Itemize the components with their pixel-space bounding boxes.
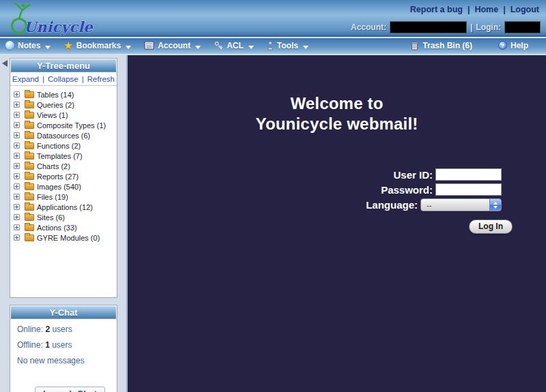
user-id-input[interactable] (435, 168, 502, 181)
tree-item[interactable]: Files (19) (14, 192, 117, 202)
chat-messages-status: No new messages (17, 356, 117, 365)
separator: | (470, 22, 472, 32)
expand-link[interactable]: Expand (12, 75, 39, 83)
menu-notes[interactable]: Notes (5, 41, 51, 50)
tree-item-label: Images (540) (37, 183, 81, 191)
expand-plus-icon[interactable] (14, 142, 20, 149)
folder-icon (25, 122, 34, 129)
login-form: User ID: Password: Language: -- (323, 168, 502, 234)
svg-text:Unicycle: Unicycle (24, 18, 94, 35)
language-select[interactable]: -- (420, 198, 502, 211)
tree-item[interactable]: Images (540) (14, 181, 117, 192)
folder-icon (25, 132, 34, 139)
expand-plus-icon[interactable] (14, 214, 20, 220)
menu-bookmarks-label: Bookmarks (76, 41, 121, 50)
expand-plus-icon[interactable] (14, 173, 20, 179)
tree-item-label: Tables (14) (37, 91, 74, 99)
menu-notes-label: Notes (18, 41, 40, 50)
chevron-down-icon (195, 46, 201, 49)
trash-bin-button[interactable]: Trash Bin (6) (410, 41, 472, 50)
menu-tools[interactable]: Tools (267, 41, 308, 50)
refresh-link[interactable]: Refresh (87, 75, 115, 83)
expand-plus-icon[interactable] (14, 224, 20, 230)
password-input[interactable] (435, 183, 502, 196)
welcome-heading: Welcome to Younicycle webmail! (128, 93, 546, 134)
expand-plus-icon[interactable] (14, 163, 20, 169)
launch-chat-button[interactable]: Launch Chat (35, 387, 105, 392)
offline-count: 1 (45, 340, 50, 350)
younicycle-logo[interactable]: Unicycle (5, 1, 94, 38)
tree-item[interactable]: Datasources (6) (14, 130, 117, 140)
tree-item[interactable]: Sites (6) (14, 212, 117, 222)
home-link[interactable]: Home (474, 5, 498, 14)
folder-icon (25, 142, 34, 149)
expand-plus-icon[interactable] (14, 235, 20, 241)
account-grid-icon (144, 41, 154, 50)
trash-bin-label: Trash Bin (6) (422, 41, 472, 50)
tree-item[interactable]: Composite Types (1) (14, 120, 117, 130)
folder-icon (25, 204, 34, 211)
expand-plus-icon[interactable] (14, 132, 20, 138)
tree-item-label: Charts (2) (37, 162, 70, 170)
folder-icon (25, 214, 34, 221)
tree-item[interactable]: Applications (12) (14, 202, 117, 212)
expand-plus-icon[interactable] (14, 153, 20, 159)
tree-item[interactable]: Templates (7) (14, 151, 117, 161)
tree-item[interactable]: Queries (2) (14, 100, 117, 110)
tree-item-label: Queries (2) (37, 101, 74, 109)
menu-account-label: Account (158, 41, 190, 50)
collapse-link[interactable]: Collapse (48, 75, 78, 83)
language-select-value: -- (421, 201, 489, 209)
chevron-down-icon (126, 46, 131, 49)
toolbar: Notes ★ Bookmarks Account (0, 37, 546, 55)
help-button[interactable]: ? Help (498, 41, 528, 50)
expand-plus-icon[interactable] (14, 183, 20, 190)
log-in-button[interactable]: Log In (469, 220, 513, 234)
chat-panel-title: Y-Chat (10, 305, 117, 319)
expand-plus-icon[interactable] (14, 122, 20, 128)
folder-icon (25, 194, 34, 200)
expand-plus-icon[interactable] (14, 91, 20, 97)
folder-icon (25, 235, 34, 241)
tree-item[interactable]: Functions (2) (14, 140, 117, 151)
tree-item[interactable]: GYRE Modules (0) (14, 232, 117, 243)
folder-icon (25, 224, 34, 231)
folder-icon (25, 112, 34, 119)
main-content: Welcome to Younicycle webmail! User ID: … (127, 55, 546, 392)
menu-tools-label: Tools (277, 41, 298, 50)
tree-item[interactable]: Actions (33) (14, 222, 117, 232)
folder-icon (25, 102, 34, 108)
select-stepper-icon (489, 199, 501, 211)
menu-bookmarks[interactable]: ★ Bookmarks (63, 41, 131, 50)
tree-item-label: GYRE Modules (0) (37, 234, 100, 242)
tree-item-label: Datasources (6) (37, 132, 90, 140)
password-row: Password: (323, 183, 502, 196)
star-icon: ★ (63, 41, 72, 50)
tree-item[interactable]: Reports (27) (14, 171, 117, 181)
report-a-bug-link[interactable]: Report a bug (410, 5, 463, 14)
expand-plus-icon[interactable] (14, 194, 20, 200)
menu-acl[interactable]: ACL (214, 41, 254, 50)
welcome-line-1: Welcome to (290, 94, 383, 112)
tree-panel: Y-Tree-menu Expand | Collapse | Refresh … (10, 58, 117, 298)
tree-item-label: Actions (33) (37, 224, 77, 232)
logout-link[interactable]: Logout (511, 5, 539, 14)
tree-item[interactable]: Charts (2) (14, 161, 117, 171)
tree-item[interactable]: Views (1) (14, 110, 117, 120)
chat-online-status: Online: 2 users (17, 325, 117, 334)
expand-plus-icon[interactable] (14, 102, 20, 108)
expand-plus-icon[interactable] (14, 112, 20, 118)
sidebar-collapse-arrow[interactable] (2, 60, 8, 67)
expand-plus-icon[interactable] (14, 204, 20, 210)
chat-panel: Y-Chat Online: 2 users Offline: 1 users … (10, 305, 117, 392)
password-label: Password: (381, 184, 433, 196)
tree-item-label: Sites (6) (37, 213, 65, 222)
folder-icon (25, 153, 34, 160)
chevron-down-icon (303, 46, 308, 49)
keys-icon (214, 41, 223, 50)
user-id-label: User ID: (393, 169, 433, 181)
tree-item[interactable]: Tables (14) (14, 89, 117, 100)
tree-item-label: Reports (27) (37, 172, 78, 181)
menu-account[interactable]: Account (144, 41, 201, 50)
notes-icon (5, 41, 14, 50)
